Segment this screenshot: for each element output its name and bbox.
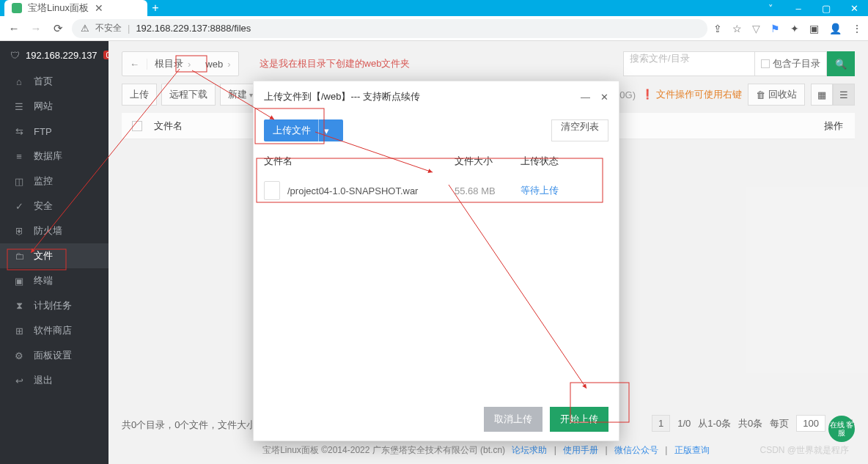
site-icon: ☰	[13, 101, 25, 112]
search-button[interactable]: 🔍	[827, 51, 855, 76]
sidebar-label: 退出	[34, 374, 53, 387]
new-tab-button[interactable]: +	[147, 0, 163, 16]
pager: 1 1/0 从1-0条 共0条 每页 100 ▾ 条	[652, 415, 855, 432]
sidebar-item-security[interactable]: ✓安全	[0, 194, 108, 218]
upload-row[interactable]: /project04-1.0-SNAPSHOT.war 55.68 MB 等待上…	[254, 174, 619, 207]
sidebar-item-firewall[interactable]: ⛨防火墙	[0, 218, 108, 243]
sidebar: 🛡 192.168.229.137 0 ⌂首页 ☰网站 ⇆FTP ≡数据库 ◫监…	[0, 41, 108, 464]
modal-close-icon[interactable]: ✕	[600, 92, 608, 103]
sidebar-label: 文件	[34, 249, 53, 262]
mcol-name: 文件名	[264, 155, 455, 168]
security-icon: ✓	[13, 201, 25, 212]
sidebar-label: 软件商店	[34, 324, 72, 337]
sidebar-item-terminal[interactable]: ▣终端	[0, 268, 108, 293]
cancel-upload-button[interactable]: 取消上传	[484, 407, 542, 432]
sidebar-label: 面板设置	[34, 349, 72, 362]
page-current[interactable]: 1	[652, 415, 670, 432]
settings-icon: ⚙	[13, 350, 25, 361]
address-bar[interactable]: ⚠ 不安全 | 192.168.229.137:8888/files	[72, 19, 707, 38]
separator: |	[128, 23, 130, 34]
link-forum[interactable]: 论坛求助	[512, 445, 547, 455]
sidebar-label: 网站	[34, 100, 53, 113]
extensions-icon[interactable]: ✦	[790, 23, 799, 34]
watermark: CSDN @世界就是程序	[760, 444, 849, 457]
star-icon[interactable]: ☆	[732, 23, 742, 34]
nav-back-icon[interactable]: ←	[6, 22, 22, 34]
sidebar-item-home[interactable]: ⌂首页	[0, 69, 108, 94]
clear-list-button[interactable]: 清空列表	[551, 119, 608, 141]
sidebar-ip[interactable]: 🛡 192.168.229.137 0	[0, 41, 108, 69]
total-count: 共0条	[738, 417, 762, 430]
sidebar-label: 监控	[34, 174, 53, 188]
online-cs-badge[interactable]: 在线 客服	[828, 416, 855, 442]
sidebar-item-site[interactable]: ☰网站	[0, 94, 108, 119]
copyright: 宝塔Linux面板 ©2014-2022 广东堡塔安全技术有限公司 (bt.cn…	[108, 444, 868, 457]
store-icon: ⊞	[13, 325, 25, 336]
tab-favicon	[12, 3, 22, 13]
window-chevron-icon[interactable]: ˅	[757, 0, 784, 16]
v-icon[interactable]: ▽	[752, 23, 760, 34]
db-icon: ≡	[13, 151, 25, 162]
link-wechat[interactable]: 微信公众号	[614, 445, 658, 455]
sidebar-item-settings[interactable]: ⚙面板设置	[0, 343, 108, 368]
caret-down-icon[interactable]: ▾	[318, 119, 334, 141]
sidebar-item-store[interactable]: ⊞软件商店	[0, 318, 108, 343]
upload-filesize: 55.68 MB	[455, 185, 521, 196]
modal-title: 上传文件到【/web】--- 支持断点续传	[264, 90, 420, 103]
window-close-icon[interactable]: ✕	[840, 0, 868, 16]
per-page-value[interactable]: 100	[796, 415, 825, 432]
modal-table-header: 文件名 文件大小 上传状态	[254, 149, 619, 174]
profile-icon[interactable]: 👤	[829, 23, 842, 34]
window-maximize-icon[interactable]: ▢	[812, 0, 840, 16]
upload-file-button[interactable]: 上传文件 ▾	[264, 119, 343, 141]
sidebar-item-logout[interactable]: ↩退出	[0, 368, 108, 393]
menu-icon[interactable]: ⋮	[852, 23, 862, 34]
sidebar-label: FTP	[34, 126, 52, 137]
nav-forward-icon[interactable]: →	[28, 22, 44, 34]
row-range: 从1-0条	[698, 417, 731, 430]
nav-reload-icon[interactable]: ⟳	[50, 22, 66, 35]
logout-icon: ↩	[13, 375, 25, 386]
mcol-size: 文件大小	[455, 155, 521, 168]
link-manual[interactable]: 使用手册	[563, 445, 598, 455]
sidebar-label: 防火墙	[34, 224, 62, 237]
cron-icon: ⧗	[13, 300, 25, 312]
search-input[interactable]: 搜索文件/目录	[623, 51, 755, 76]
monitor-icon: ◫	[13, 176, 25, 187]
insecure-icon: ⚠	[81, 23, 89, 34]
per-page-label: 每页	[770, 417, 789, 430]
firewall-icon: ⛨	[13, 226, 25, 237]
upload-status: 等待上传	[521, 184, 608, 197]
page-range: 1/0	[677, 418, 691, 429]
flag-icon[interactable]: ⚑	[770, 23, 780, 34]
file-icon	[264, 181, 280, 200]
sidebar-label: 计划任务	[34, 299, 72, 312]
sidebar-item-db[interactable]: ≡数据库	[0, 144, 108, 169]
files-icon: 🗀	[13, 251, 25, 262]
link-verify[interactable]: 正版查询	[674, 445, 710, 455]
url-text: 192.168.229.137:8888/files	[136, 23, 251, 34]
terminal-icon: ▣	[13, 276, 25, 287]
share-icon[interactable]: ⇪	[713, 23, 722, 34]
ftp-icon: ⇆	[13, 126, 25, 137]
insecure-label: 不安全	[95, 22, 122, 34]
tab-close-icon[interactable]: ✕	[95, 2, 103, 14]
sidebar-label: 首页	[34, 75, 53, 88]
sidebar-item-cron[interactable]: ⧗计划任务	[0, 293, 108, 318]
browser-tab[interactable]: 宝塔Linux面板 ✕	[4, 0, 147, 16]
sidebar-item-monitor[interactable]: ◫监控	[0, 169, 108, 194]
tab-title: 宝塔Linux面板	[28, 1, 89, 15]
upload-modal: 上传文件到【/web】--- 支持断点续传 — ✕ 上传文件 ▾ 清空列表 文件…	[253, 81, 619, 441]
include-subdir-checkbox[interactable]: 包含子目录	[755, 51, 827, 76]
upload-filename: /project04-1.0-SNAPSHOT.war	[287, 185, 455, 196]
window-minimize-icon[interactable]: –	[784, 0, 812, 16]
mcol-status: 上传状态	[521, 155, 608, 168]
modal-minimize-icon[interactable]: —	[581, 92, 590, 103]
home-icon: ⌂	[13, 76, 25, 87]
panel-icon[interactable]: ▣	[809, 23, 819, 34]
start-upload-button[interactable]: 开始上传	[550, 407, 608, 432]
sidebar-label: 终端	[34, 274, 53, 287]
sidebar-item-files[interactable]: 🗀文件	[0, 243, 108, 268]
shield-icon: 🛡	[10, 50, 20, 61]
sidebar-item-ftp[interactable]: ⇆FTP	[0, 119, 108, 144]
